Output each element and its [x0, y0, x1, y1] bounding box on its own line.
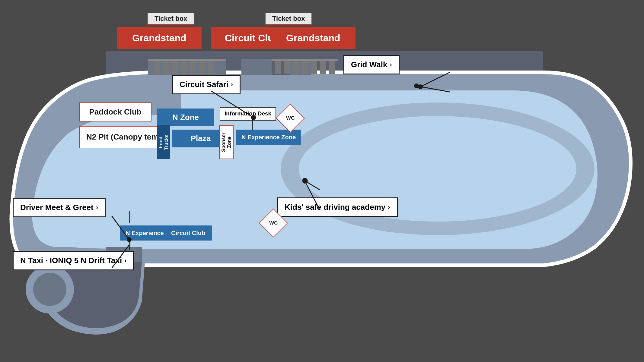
n2-pit-box[interactable]: N2 Pit (Canopy tent): [79, 126, 168, 148]
svg-rect-7: [148, 59, 226, 61]
arrow-icon: ›: [390, 61, 392, 69]
arrow-icon: ›: [96, 204, 98, 212]
svg-rect-11: [181, 61, 187, 74]
svg-rect-17: [284, 61, 290, 74]
driver-meet-greet-popup[interactable]: Driver Meet & Greet ›: [13, 198, 106, 217]
ticket-box-1-label: Ticket box: [147, 13, 194, 25]
n-experience-zone-top-box[interactable]: N Experience Zone: [236, 130, 301, 145]
svg-rect-13: [199, 61, 205, 74]
svg-rect-14: [208, 61, 214, 74]
circuit-club-zone-box[interactable]: Circuit Club: [164, 225, 212, 241]
kids-driving-popup[interactable]: Kids' safe driving academy ›: [277, 197, 398, 217]
n-taxi-popup[interactable]: N Taxi · IONIQ 5 N Drift Taxi ›: [13, 251, 134, 270]
grid-walk-popup[interactable]: Grid Walk ›: [343, 55, 400, 74]
sponsor-zone-box[interactable]: Sponser Zone: [219, 125, 234, 159]
paddock-club-box[interactable]: Paddock Club: [79, 102, 151, 121]
food-trucks-box[interactable]: Food Trucks: [157, 125, 170, 159]
ticket-box-2-label: Ticket box: [265, 13, 312, 25]
svg-rect-12: [190, 61, 196, 74]
svg-rect-9: [163, 61, 169, 74]
svg-rect-15: [272, 59, 338, 61]
svg-rect-16: [275, 61, 281, 74]
svg-point-26: [33, 273, 66, 306]
svg-rect-18: [293, 61, 299, 74]
svg-point-35: [303, 178, 308, 183]
svg-point-29: [414, 83, 419, 88]
arrow-icon: ›: [388, 203, 390, 211]
svg-rect-21: [320, 61, 326, 74]
grandstand-2-button[interactable]: Grandstand: [271, 27, 355, 49]
information-desk-box[interactable]: Information Desk: [220, 107, 276, 121]
arrow-icon: ›: [124, 257, 126, 265]
svg-rect-8: [154, 61, 160, 74]
svg-rect-10: [172, 61, 178, 74]
map-container: Ticket box Ticket box Grandstand Circuit…: [0, 0, 644, 362]
svg-rect-19: [302, 61, 308, 74]
svg-rect-20: [311, 61, 317, 74]
circuit-safari-popup[interactable]: Circuit Safari ›: [172, 75, 241, 94]
n-zone-box[interactable]: N Zone: [157, 109, 214, 126]
svg-rect-22: [329, 61, 335, 74]
arrow-icon: ›: [231, 81, 233, 89]
grandstand-1-button[interactable]: Grandstand: [117, 27, 202, 49]
